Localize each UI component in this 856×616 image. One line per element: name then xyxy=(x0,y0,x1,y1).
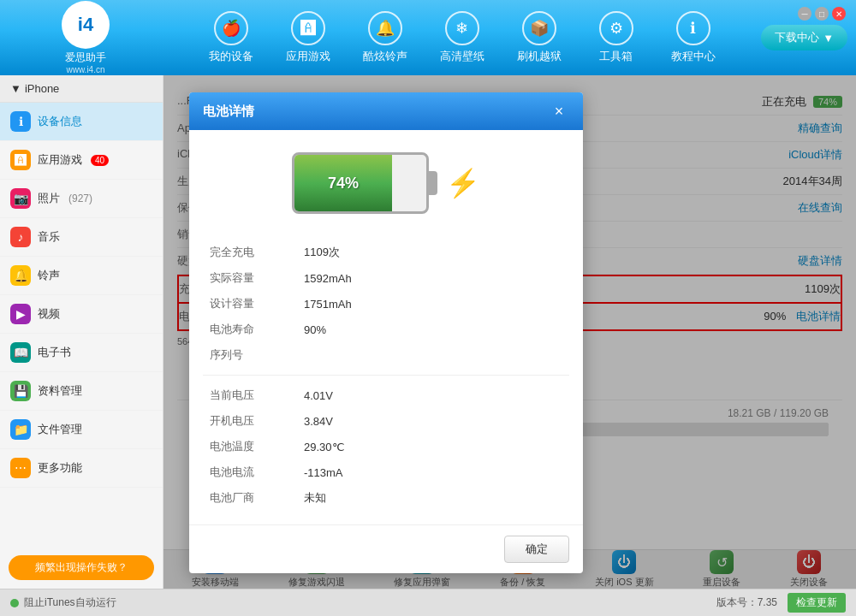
sidebar-item-music[interactable]: ♪ 音乐 xyxy=(0,218,163,257)
content-area: ...F89) 正在充电 74% Apple ID锁 精确查询 iCloud i… xyxy=(163,75,856,589)
nav-tools-label: 工具箱 xyxy=(599,49,633,64)
modal-body: 74% ⚡ 完全充电 1109次 xyxy=(189,130,583,524)
full-charge-label: 完全充电 xyxy=(203,240,297,265)
confirm-button[interactable]: 确定 xyxy=(504,536,569,563)
close-button[interactable]: ✕ xyxy=(832,7,846,21)
device-info-icon: ℹ xyxy=(10,111,31,132)
battery-fill: 74% xyxy=(294,155,392,211)
jailbreak-icon: 📦 xyxy=(522,11,556,45)
sidebar-item-device-info[interactable]: ℹ 设备信息 xyxy=(0,103,163,141)
actual-capacity-value: 1592mAh xyxy=(297,265,569,291)
status-left[interactable]: 阻止iTunes自动运行 xyxy=(10,595,116,610)
battery-info-table: 完全充电 1109次 实际容量 1592mAh 设计容量 1751mAh 电 xyxy=(203,240,569,368)
sidebar-more-label: 更多功能 xyxy=(38,460,82,476)
nav-my-device-label: 我的设备 xyxy=(209,49,253,64)
status-dot xyxy=(10,599,19,607)
sidebar-device-info-label: 设备信息 xyxy=(38,114,82,129)
nav-wallpapers[interactable]: ❄ 高清壁纸 xyxy=(428,6,496,69)
sidebar-item-more[interactable]: ⋯ 更多功能 xyxy=(0,449,163,488)
sidebar-item-videos[interactable]: ▶ 视频 xyxy=(0,295,163,334)
sidebar-device-name: iPhone xyxy=(25,82,59,95)
photos-sidebar-icon: 📷 xyxy=(10,188,31,209)
battery-outer: 74% xyxy=(292,152,429,214)
actual-capacity-label: 实际容量 xyxy=(203,265,297,291)
logo-area: i4 爱思助手 www.i4.cn xyxy=(9,1,163,74)
apple-icon: 🍎 xyxy=(214,11,248,45)
nav-bar: 🍎 我的设备 🅰 应用游戏 🔔 酷炫铃声 ❄ 高清壁纸 📦 刷机越狱 ⚙ 工具箱… xyxy=(163,6,761,69)
topbar-right: 下载中心 ▼ xyxy=(761,25,847,50)
nav-apps[interactable]: 🅰 应用游戏 xyxy=(274,6,342,69)
current-value: -113mA xyxy=(297,459,569,485)
logo-subtitle: www.i4.cn xyxy=(66,65,104,74)
sidebar-photos-label: 照片 xyxy=(38,191,60,206)
sidebar-data-mgmt-label: 资料管理 xyxy=(38,383,82,399)
ebooks-sidebar-icon: 📖 xyxy=(10,342,31,363)
sidebar-device-arrow: ▼ xyxy=(10,82,21,95)
serial-value xyxy=(297,342,569,368)
nav-jailbreak-label: 刷机越狱 xyxy=(517,49,562,64)
maker-row: 电池厂商 未知 xyxy=(203,485,569,511)
design-capacity-label: 设计容量 xyxy=(203,291,297,317)
modal-divider xyxy=(203,375,569,376)
videos-sidebar-icon: ▶ xyxy=(10,304,31,324)
temp-label: 电池温度 xyxy=(203,434,297,459)
nav-tutorials[interactable]: ℹ 教程中心 xyxy=(659,6,728,69)
battery-life-label: 电池寿命 xyxy=(203,317,297,342)
data-mgmt-sidebar-icon: 💾 xyxy=(10,381,31,401)
file-mgmt-sidebar-icon: 📁 xyxy=(10,419,31,440)
serial-label: 序列号 xyxy=(203,342,297,368)
logo-icon: i4 xyxy=(62,1,110,49)
tutorials-icon: ℹ xyxy=(676,11,710,45)
nav-apps-label: 应用游戏 xyxy=(286,49,330,64)
modal-close-button[interactable]: × xyxy=(549,101,569,121)
battery-percentage: 74% xyxy=(328,175,359,192)
modal-footer: 确定 xyxy=(189,524,583,573)
maximize-button[interactable]: □ xyxy=(815,7,829,21)
minimize-button[interactable]: ─ xyxy=(798,7,811,21)
music-sidebar-icon: ♪ xyxy=(10,227,31,247)
battery-detail-modal: 电池详情 × 74% ⚡ xyxy=(189,92,583,573)
modal-title: 电池详情 xyxy=(203,104,254,120)
sidebar-bottom: 频繁出现操作失败？ xyxy=(0,547,163,589)
full-charge-row: 完全充电 1109次 xyxy=(203,240,569,265)
boot-voltage-value: 3.84V xyxy=(297,408,569,434)
status-right: 版本号：7.35 检查更新 xyxy=(716,593,846,613)
battery-life-row: 电池寿命 90% xyxy=(203,317,569,342)
actual-capacity-row: 实际容量 1592mAh xyxy=(203,265,569,291)
nav-jailbreak[interactable]: 📦 刷机越狱 xyxy=(505,6,574,69)
nav-ringtones[interactable]: 🔔 酷炫铃声 xyxy=(351,6,419,69)
status-text: 阻止iTunes自动运行 xyxy=(24,595,116,610)
main-layout: ▼ iPhone ℹ 设备信息 🅰 应用游戏 40 📷 照片 (927) ♪ 音… xyxy=(0,75,856,589)
nav-my-device[interactable]: 🍎 我的设备 xyxy=(197,6,265,69)
battery-tip xyxy=(429,171,437,195)
apps-sidebar-icon: 🅰 xyxy=(10,150,31,170)
boot-voltage-label: 开机电压 xyxy=(203,408,297,434)
nav-ringtones-label: 酷炫铃声 xyxy=(363,49,407,64)
current-label: 电池电流 xyxy=(203,459,297,485)
battery-visual: 74% ⚡ xyxy=(203,144,569,222)
nav-tools[interactable]: ⚙ 工具箱 xyxy=(582,6,651,69)
check-update-button[interactable]: 检查更新 xyxy=(788,593,846,613)
design-capacity-value: 1751mAh xyxy=(297,291,569,317)
photos-count: (927) xyxy=(68,192,92,204)
ringtones-icon: 🔔 xyxy=(368,11,402,45)
sidebar-item-ebooks[interactable]: 📖 电子书 xyxy=(0,334,163,372)
sidebar-item-apps[interactable]: 🅰 应用游戏 40 xyxy=(0,141,163,180)
apps-icon: 🅰 xyxy=(291,11,325,45)
sidebar-music-label: 音乐 xyxy=(38,229,60,245)
sidebar-item-data-mgmt[interactable]: 💾 资料管理 xyxy=(0,372,163,411)
modal-overlay: 电池详情 × 74% ⚡ xyxy=(163,75,856,589)
design-capacity-row: 设计容量 1751mAh xyxy=(203,291,569,317)
battery-plug-icon: ⚡ xyxy=(446,167,480,199)
sidebar-item-file-mgmt[interactable]: 📁 文件管理 xyxy=(0,411,163,449)
download-button[interactable]: 下载中心 ▼ xyxy=(761,25,847,50)
nav-tutorials-label: 教程中心 xyxy=(671,49,716,64)
sidebar-item-photos[interactable]: 📷 照片 (927) xyxy=(0,180,163,218)
voltage-value: 4.01V xyxy=(297,382,569,408)
sidebar-device: ▼ iPhone xyxy=(0,75,163,103)
window-controls: ─ □ ✕ xyxy=(798,7,846,21)
help-button[interactable]: 频繁出现操作失败？ xyxy=(9,555,154,580)
sidebar-item-ringtones[interactable]: 🔔 铃声 xyxy=(0,257,163,295)
temp-value: 29.30℃ xyxy=(297,434,569,459)
serial-row: 序列号 xyxy=(203,342,569,368)
